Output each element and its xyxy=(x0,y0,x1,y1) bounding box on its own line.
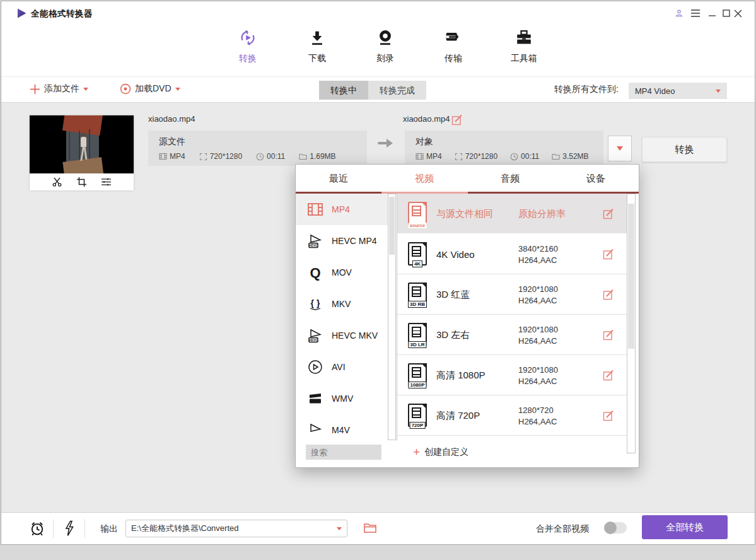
tab-converting[interactable]: 转换中 xyxy=(319,81,368,100)
resolution-icon xyxy=(199,153,207,161)
tab-download[interactable]: 下载 xyxy=(289,28,346,64)
convert-button[interactable]: 转换 xyxy=(642,137,727,162)
edit-preset-icon[interactable] xyxy=(603,289,614,300)
edit-preset-icon[interactable] xyxy=(603,410,614,421)
close-button[interactable] xyxy=(732,8,743,18)
app-title: 全能格式转换器 xyxy=(31,8,93,20)
format-item-mp4[interactable]: MP4 xyxy=(296,194,388,225)
quicktime-q-icon: Q xyxy=(307,264,323,281)
format-item-hevc-mp4[interactable]: HEVC HEVC MP4 xyxy=(296,225,388,257)
tab-burn-label: 刻录 xyxy=(357,53,414,64)
search-input[interactable] xyxy=(306,445,381,460)
create-custom-button[interactable]: + 创建自定义 xyxy=(413,445,468,460)
preset-row-same-as-source[interactable]: source 与源文件相同 原始分辨率 xyxy=(397,194,629,234)
tab-convert-label: 转换 xyxy=(219,53,276,64)
target-size: 3.52MB xyxy=(562,152,588,161)
convert-all-to-label: 转换所有文件到: xyxy=(554,84,619,95)
plus-icon xyxy=(30,84,40,95)
preset-list-scrollbar[interactable] xyxy=(627,194,636,453)
tab-toolbox-label: 工具箱 xyxy=(496,53,552,64)
source-file-name: xiaodao.mp4 xyxy=(148,114,195,124)
format-list: MP4 HEVC HEVC MP4 Q MOV { } xyxy=(296,194,397,440)
maximize-button[interactable] xyxy=(721,8,732,18)
preset-row-1080p[interactable]: 1080P 高清 1080P 1920*1080H264,AAC xyxy=(397,355,629,395)
minimize-button[interactable] xyxy=(707,8,718,18)
edit-preset-icon[interactable] xyxy=(603,248,614,260)
toolbox-icon xyxy=(514,28,534,49)
popup-tab-device[interactable]: 设备 xyxy=(553,165,639,192)
popup-tab-audio[interactable]: 音频 xyxy=(467,165,553,192)
convert-all-button[interactable]: 全部转换 xyxy=(642,515,728,539)
folder-icon xyxy=(299,153,307,160)
format-item-mkv[interactable]: { } MKV xyxy=(296,288,388,320)
arrow-right-icon xyxy=(377,138,393,148)
video-thumbnail[interactable] xyxy=(30,115,134,173)
target-format-dropdown-button[interactable] xyxy=(608,136,632,161)
chevron-down-icon xyxy=(716,90,721,93)
popup-active-tab-underline xyxy=(381,192,468,194)
svg-text:Q: Q xyxy=(310,265,320,281)
divider xyxy=(53,519,54,538)
performance-lightning-icon[interactable] xyxy=(63,520,76,537)
burn-disc-icon xyxy=(375,28,395,49)
edit-preset-icon[interactable] xyxy=(603,208,614,219)
popup-tab-recent[interactable]: 最近 xyxy=(296,165,381,192)
format-item-wmv[interactable]: WMV xyxy=(296,383,388,414)
convert-icon xyxy=(238,28,258,49)
m4v-play-icon xyxy=(307,422,323,438)
merge-all-videos-label: 合并全部视频 xyxy=(536,523,589,535)
tab-transfer-label: 传输 xyxy=(425,53,482,64)
rename-edit-icon[interactable] xyxy=(451,114,463,125)
edit-preset-icon[interactable] xyxy=(603,370,614,381)
clock-icon xyxy=(256,153,264,161)
edit-preset-icon[interactable] xyxy=(603,329,614,341)
format-item-hevc-mkv[interactable]: HEVC HEVC MKV xyxy=(296,320,388,351)
crop-icon[interactable] xyxy=(76,177,87,187)
preset-row-3d-rb[interactable]: 3D RB 3D 红蓝 1920*1080H264,AAC xyxy=(397,274,629,315)
output-path-input[interactable] xyxy=(126,524,337,534)
target-resolution: 720*1280 xyxy=(465,152,497,161)
account-icon[interactable] xyxy=(673,8,685,18)
mkv-braces-icon: { } xyxy=(307,296,323,312)
preset-file-icon: 4K xyxy=(408,242,427,265)
format-item-mov[interactable]: Q MOV xyxy=(296,257,388,288)
video-thumbnail-card xyxy=(30,115,134,190)
format-item-avi[interactable]: AVI xyxy=(296,351,388,383)
tab-converted[interactable]: 转换完成 xyxy=(368,81,426,100)
format-list-scrollbar[interactable] xyxy=(388,194,396,440)
load-dvd-label: 加载DVD xyxy=(135,83,172,95)
popup-tab-video[interactable]: 视频 xyxy=(381,165,467,192)
effects-sliders-icon[interactable] xyxy=(101,177,112,187)
tab-convert[interactable]: 转换 xyxy=(219,28,276,64)
source-file-icon: source xyxy=(408,202,427,225)
toggle-knob xyxy=(604,522,617,534)
preset-row-3d-lr[interactable]: 3D LR 3D 左右 1920*1080H264,AAC xyxy=(397,315,629,355)
merge-toggle-switch[interactable] xyxy=(604,522,627,534)
add-file-button[interactable]: 添加文件 xyxy=(30,83,88,95)
scrollbar-thumb[interactable] xyxy=(628,204,634,349)
trim-scissors-icon[interactable] xyxy=(52,177,62,187)
tab-burn[interactable]: 刻录 xyxy=(357,28,414,64)
open-folder-icon[interactable] xyxy=(363,522,377,534)
transfer-icon xyxy=(443,28,463,49)
svg-text:HEVC: HEVC xyxy=(309,338,318,342)
source-box-label: 源文件 xyxy=(159,136,185,148)
menu-icon[interactable] xyxy=(690,8,701,18)
load-dvd-button[interactable]: 加载DVD xyxy=(120,83,180,95)
preset-file-icon: 1080P xyxy=(408,363,427,387)
schedule-alarm-icon[interactable] xyxy=(29,520,45,537)
format-item-m4v[interactable]: M4V xyxy=(296,414,388,440)
main-nav: 转换 下载 刻录 传输 xyxy=(1,24,755,77)
tab-transfer[interactable]: 传输 xyxy=(425,28,482,64)
tab-toolbox[interactable]: 工具箱 xyxy=(496,28,552,64)
preset-row-720p[interactable]: 720P 高清 720P 1280*720H264,AAC xyxy=(397,395,629,436)
queue-tabs: 转换中 转换完成 xyxy=(319,81,426,100)
resolution-icon xyxy=(455,153,463,161)
preset-row-4k[interactable]: 4K 4K Video 3840*2160H264,AAC xyxy=(397,234,629,274)
convert-to-dropdown[interactable]: MP4 Video xyxy=(629,83,727,99)
output-path-field[interactable] xyxy=(125,520,347,537)
scrollbar-thumb[interactable] xyxy=(389,197,395,255)
edit-toolbar xyxy=(30,173,134,190)
hevc-play-icon: HEVC xyxy=(307,327,323,344)
toolbar: 添加文件 加载DVD 转换中 转换完成 转换所有文件到: MP4 Video xyxy=(1,78,755,103)
